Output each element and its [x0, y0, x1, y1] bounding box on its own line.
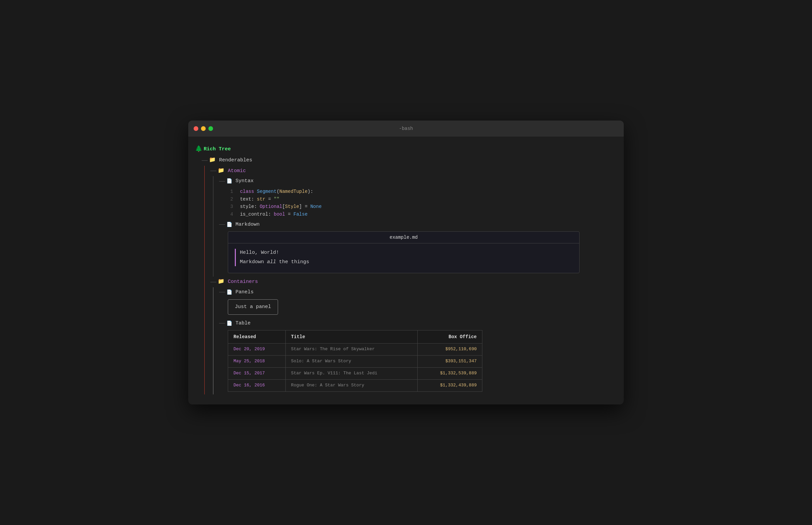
close-button[interactable] — [194, 126, 198, 131]
col-header-boxoffice: Box Office — [417, 330, 482, 343]
table-body: Dec 20, 2019 Star Wars: The Rise of Skyw… — [228, 344, 482, 391]
containers-label: Containers — [228, 278, 258, 286]
renderables-branch: 📁 Renderables 📁 Atomic — [202, 155, 614, 394]
atomic-node: 📁 Atomic — [210, 167, 579, 176]
table-row: Dec 15, 2017 Star Wars Ep. V111: The Las… — [228, 367, 482, 379]
row1-date: Dec 20, 2019 — [228, 344, 286, 356]
renderables-children: 📁 Atomic 📄 Syntax — [202, 166, 579, 394]
atomic-folder-icon: 📁 — [218, 167, 224, 176]
markdown-filename: example.md — [228, 232, 579, 243]
markdown-file-icon: 📄 — [226, 221, 232, 228]
table-file-icon: 📄 — [226, 320, 232, 327]
table-row: Dec 16, 2016 Rogue One: A Star Wars Stor… — [228, 379, 482, 391]
atomic-content: 📄 Syntax 1 class Segment(NamedTuple): — [219, 176, 579, 276]
markdown-panel: example.md Hello, World! Markdown all th… — [228, 231, 579, 273]
code-line-3: 3 style: Optional[Style] = None — [228, 203, 579, 210]
syntax-code: 1 class Segment(NamedTuple): 2 text: str… — [228, 186, 579, 219]
containers-content: 📄 Panels Just a panel 📄 — [219, 287, 579, 394]
code-line-1: 1 class Segment(NamedTuple): — [228, 188, 579, 195]
row4-date: Dec 16, 2016 — [228, 379, 286, 391]
row3-box: $1,332,539,889 — [417, 367, 482, 379]
renderables-content: 📁 Atomic 📄 Syntax — [210, 166, 579, 394]
terminal-window: -bash 🌲 Rich Tree 📁 Renderables — [188, 121, 624, 404]
window-title: -bash — [399, 126, 413, 131]
table-row: May 25, 2018 Solo: A Star Wars Story $39… — [228, 356, 482, 368]
table-label: Table — [236, 319, 251, 328]
markdown-line1: Hello, World! — [240, 249, 573, 257]
maximize-button[interactable] — [208, 126, 213, 131]
table-display: Released Title Box Office Dec 20, 2019 — [228, 330, 579, 392]
containers-vline — [213, 287, 213, 394]
traffic-lights — [194, 126, 213, 131]
row4-box: $1,332,439,889 — [417, 379, 482, 391]
row2-title: Solo: A Star Wars Story — [285, 356, 417, 368]
containers-folder-icon: 📁 — [218, 278, 224, 286]
atomic-children: 📄 Syntax 1 class Segment(NamedTuple): — [210, 176, 579, 276]
atomic-label: Atomic — [228, 167, 246, 175]
col-header-title: Title — [285, 330, 417, 343]
code-line-4: 4 is_control: bool = False — [228, 211, 579, 218]
renderables-node: 📁 Renderables — [202, 156, 252, 165]
panel-display: Just a panel — [228, 297, 579, 317]
col-header-released: Released — [228, 330, 286, 343]
atomic-vline — [213, 176, 213, 276]
markdown-node: 📄 Markdown — [219, 221, 579, 229]
code-line-2: 2 text: str = "" — [228, 196, 579, 203]
tree-icon: 🌲 — [195, 144, 202, 154]
row2-box: $393,151,347 — [417, 356, 482, 368]
markdown-blockquote: Hello, World! Markdown all the things — [235, 249, 573, 266]
renderables-label: Renderables — [219, 156, 252, 164]
markdown-body: Hello, World! Markdown all the things — [228, 243, 579, 273]
syntax-node: 📄 Syntax — [219, 177, 579, 185]
data-table: Released Title Box Office Dec 20, 2019 — [228, 330, 482, 392]
panels-label: Panels — [236, 288, 254, 296]
containers-children: 📄 Panels Just a panel 📄 — [210, 287, 579, 394]
titlebar: -bash — [188, 121, 624, 137]
terminal-content: 🌲 Rich Tree 📁 Renderables — [188, 137, 624, 404]
row1-box: $952,110,690 — [417, 344, 482, 356]
row3-date: Dec 15, 2017 — [228, 367, 286, 379]
containers-node: 📁 Containers — [210, 278, 579, 286]
markdown-line2: Markdown all the things — [240, 258, 573, 266]
row2-date: May 25, 2018 — [228, 356, 286, 368]
panels-file-icon: 📄 — [226, 289, 232, 296]
table-header-row: Released Title Box Office — [228, 330, 482, 343]
tree-root-label: Rich Tree — [204, 145, 231, 153]
markdown-label: Markdown — [236, 221, 260, 229]
row1-title: Star Wars: The Rise of Skywalker — [285, 344, 417, 356]
row4-title: Rogue One: A Star Wars Story — [285, 379, 417, 391]
syntax-label: Syntax — [236, 177, 254, 185]
panels-node: 📄 Panels — [219, 288, 579, 296]
table-head: Released Title Box Office — [228, 330, 482, 343]
table-row: Dec 20, 2019 Star Wars: The Rise of Skyw… — [228, 344, 482, 356]
tree-root: 🌲 Rich Tree — [195, 144, 614, 154]
table-node: 📄 Table — [219, 319, 579, 328]
panel-content: Just a panel — [228, 299, 278, 315]
syntax-file-icon: 📄 — [226, 178, 232, 185]
renderables-vline — [204, 166, 205, 394]
minimize-button[interactable] — [201, 126, 206, 131]
row3-title: Star Wars Ep. V111: The Last Jedi — [285, 367, 417, 379]
renderables-folder-icon: 📁 — [209, 156, 216, 165]
